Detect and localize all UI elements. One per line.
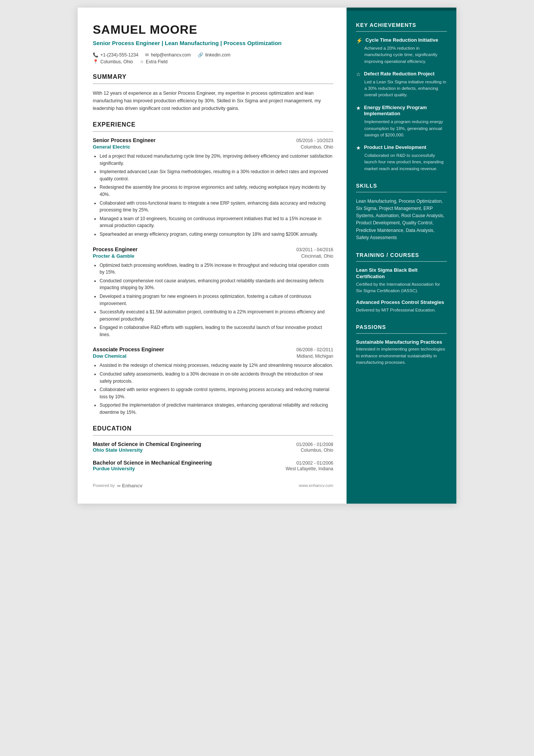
bullet-item: Managed a team of 10 engineers, focusing… [100,215,333,229]
link-icon: 🔗 [198,52,203,58]
star-outline-icon: ☆ [356,71,361,77]
summary-text: With 12 years of experience as a Senior … [93,89,333,112]
job-3-header: Associate Process Engineer 06/2008 - 02/… [93,346,333,352]
candidate-title: Senior Process Engineer | Lean Manufactu… [93,39,333,47]
achievement-2-title: Defect Rate Reduction Project [364,71,434,77]
job-3-dates: 06/2008 - 02/2011 [297,347,333,352]
achievement-1-title-row: ⚡ Cycle Time Reduction Initiative [356,37,447,44]
achievement-1-desc: Achieved a 20% reduction in manufacturin… [364,45,447,65]
summary-section: SUMMARY With 12 years of experience as a… [93,74,333,112]
resume-container: SAMUEL MOORE Senior Process Engineer | L… [78,8,456,504]
phone-icon: 📞 [93,52,98,58]
edu-2: Bachelor of Science in Mechanical Engine… [93,460,333,471]
achievement-2-title-row: ☆ Defect Rate Reduction Project [356,71,447,77]
experience-divider [93,131,333,132]
edu-1-dates: 01/2006 - 01/2008 [297,442,333,447]
education-divider [93,435,333,436]
lightning-icon: ⚡ [356,38,362,44]
training-title: TRAINING / COURSES [356,252,447,258]
achievement-3-title: Energy Efficiency Program Implementation [364,105,447,117]
top-accent-bar [347,8,456,11]
edu-2-header: Bachelor of Science in Mechanical Engine… [93,460,333,466]
achievement-1: ⚡ Cycle Time Reduction Initiative Achiev… [356,37,447,65]
passion-1: Sustainable Manufacturing Practices Inte… [356,339,447,366]
bullet-item: Optimized batch processing workflows, le… [100,262,333,276]
contact-row-2: 📍 Columbus, Ohio ☆ Extra Field [93,59,333,64]
skills-divider [356,192,447,193]
star-icon: ☆ [140,59,144,64]
skills-title: SKILLS [356,183,447,189]
job-2-company: Procter & Gamble [93,253,134,259]
bullet-item: Spearheaded an energy efficiency program… [100,231,333,238]
training-1: Lean Six Sigma Black Belt Certification … [356,267,447,294]
education-title: EDUCATION [93,425,333,432]
edu-1-school: Ohio State University [93,447,142,453]
achievement-3: ★ Energy Efficiency Program Implementati… [356,105,447,139]
location-contact: 📍 Columbus, Ohio [93,59,133,64]
job-2-bullets: Optimized batch processing workflows, le… [93,262,333,338]
job-1-location: Columbus, Ohio [301,144,333,150]
bullet-item: Redesigned the assembly line process to … [100,184,333,198]
job-2-location: Cincinnati, Ohio [301,254,333,259]
edu-2-degree: Bachelor of Science in Mechanical Engine… [93,460,212,466]
training-2-title: Advanced Process Control Strategies [356,299,447,306]
edu-2-location: West Lafayette, Indiana [286,466,333,471]
job-2-header: Process Engineer 03/2011 - 04/2016 [93,246,333,252]
education-section: EDUCATION Master of Science in Chemical … [93,425,333,471]
job-3-title: Associate Process Engineer [93,346,164,352]
achievement-1-title: Cycle Time Reduction Initiative [365,37,438,44]
bullet-item: Conducted comprehensive root cause analy… [100,277,333,291]
edu-2-dates: 01/2002 - 01/2006 [297,460,333,466]
job-1-dates: 05/2016 - 10/2023 [297,138,333,143]
training-2: Advanced Process Control Strategies Deli… [356,299,447,313]
achievements-title: KEY ACHIEVEMENTS [356,22,447,28]
enhancv-logo: ∞ Enhancv [117,483,142,488]
edu-1-header: Master of Science in Chemical Engineerin… [93,441,333,447]
edu-2-school: Purdue University [93,466,135,471]
achievements-divider [356,31,447,32]
job-2: Process Engineer 03/2011 - 04/2016 Proct… [93,246,333,338]
summary-title: SUMMARY [93,74,333,80]
edu-1-school-row: Ohio State University Columbus, Ohio [93,447,333,453]
footer-brand: Powered by ∞ Enhancv [93,483,142,488]
extra-contact: ☆ Extra Field [140,59,167,64]
left-column: SAMUEL MOORE Senior Process Engineer | L… [78,8,347,504]
candidate-name: SAMUEL MOORE [93,23,333,37]
job-1: Senior Process Engineer 05/2016 - 10/202… [93,137,333,238]
star-filled-2-icon: ★ [356,145,361,151]
contact-row-1: 📞 +1-(234)-555-1234 ✉ help@enhancv.com 🔗… [93,52,333,58]
job-3-bullets: Assisted in the redesign of chemical mix… [93,362,333,416]
achievement-4-title-row: ★ Product Line Development [356,144,447,151]
passions-title: PASSIONS [356,324,447,330]
extra-value: Extra Field [146,59,167,64]
summary-divider [93,83,333,84]
training-1-desc: Certified by the International Associati… [356,281,447,294]
location-icon: 📍 [93,59,98,64]
job-3-location: Midland, Michigan [297,354,333,359]
job-1-title: Senior Process Engineer [93,137,156,143]
experience-section: EXPERIENCE Senior Process Engineer 05/20… [93,121,333,416]
star-filled-icon: ★ [356,105,361,111]
bullet-item: Assisted in the redesign of chemical mix… [100,362,333,369]
job-1-company-row: General Electric Columbus, Ohio [93,144,333,150]
email-value: help@enhancv.com [151,52,190,58]
achievement-4-title: Product Line Development [364,144,426,151]
footer: Powered by ∞ Enhancv www.enhancv.com [93,483,333,488]
passions-section: PASSIONS Sustainable Manufacturing Pract… [356,324,447,366]
bullet-item: Successfully executed a $1.5M automation… [100,308,333,322]
job-3-company-row: Dow Chemical Midland, Michigan [93,353,333,359]
powered-by-label: Powered by [93,483,115,488]
bullet-item: Led a project that reduced manufacturing… [100,153,333,167]
job-1-header: Senior Process Engineer 05/2016 - 10/202… [93,137,333,143]
bullet-item: Engaged in collaborative R&D efforts wit… [100,324,333,338]
achievement-4-desc: Collaborated on R&D to successfully laun… [364,152,447,172]
job-3-company: Dow Chemical [93,353,126,359]
job-2-company-row: Procter & Gamble Cincinnati, Ohio [93,253,333,259]
bullet-item: Conducted safety assessments, leading to… [100,371,333,385]
training-section: TRAINING / COURSES Lean Six Sigma Black … [356,252,447,313]
phone-value: +1-(234)-555-1234 [100,52,138,58]
achievements-section: KEY ACHIEVEMENTS ⚡ Cycle Time Reduction … [356,22,447,172]
training-divider [356,261,447,262]
phone-contact: 📞 +1-(234)-555-1234 [93,52,138,58]
passions-divider [356,333,447,334]
